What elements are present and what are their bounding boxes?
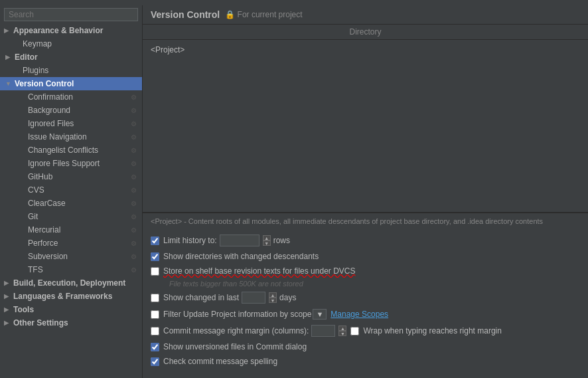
check-commit-row: Check commit message spelling [151, 354, 580, 369]
directory-area: <Project> [143, 40, 588, 213]
content-panel: Version Control 🔒 For current project Di… [143, 5, 588, 378]
sidebar-label: Changelist Conflicts [28, 145, 98, 155]
store-shelf-checkbox[interactable] [151, 267, 159, 276]
wrap-checkbox[interactable] [350, 327, 359, 335]
show-directories-label: Show directories with changed descendant… [163, 252, 319, 261]
filter-update-row: Filter Update Project information by sco… [151, 306, 580, 322]
sidebar-item-languages[interactable]: ▶Languages & Frameworks [0, 290, 142, 303]
show-changed-input[interactable]: 31 [242, 292, 265, 304]
sidebar-item-git[interactable]: Git⚙ [0, 210, 142, 223]
sidebar-label: Perforce [28, 238, 58, 248]
sidebar-label: Ignored Files [28, 119, 74, 128]
commit-margin-checkbox[interactable] [151, 327, 159, 335]
gear-icon: ⚙ [131, 227, 137, 234]
limit-history-row: Limit history to: 1,000 ▲ ▼ rows [151, 232, 580, 249]
store-shelf-row: Store on shelf base revision texts for f… [151, 264, 580, 278]
sidebar: ▶Appearance & BehaviorKeymap▶EditorPlugi… [0, 5, 143, 378]
sidebar-item-editor[interactable]: ▶Editor [0, 50, 142, 64]
commit-margin-row: Commit message right margin (columns): 7… [151, 322, 580, 339]
sidebar-label: Version Control [15, 79, 74, 88]
sidebar-item-version-control[interactable]: ▼Version Control [0, 77, 142, 90]
check-commit-checkbox[interactable] [151, 357, 159, 366]
show-changed-spinner-btns: ▲ ▼ [269, 292, 277, 303]
sidebar-item-background[interactable]: Background⚙ [0, 104, 142, 117]
arrow-icon: ▶ [4, 293, 13, 300]
sidebar-label: Appearance & Behavior [13, 26, 103, 35]
arrow-icon: ▶ [4, 280, 13, 286]
show-changed-spinner[interactable]: 31 ▲ ▼ [239, 292, 277, 304]
sidebar-label: Confirmation [28, 92, 73, 102]
limit-history-spinner[interactable]: 1,000 ▲ ▼ [217, 235, 271, 246]
gear-icon: ⚙ [131, 240, 137, 247]
gear-icon: ⚙ [131, 187, 137, 194]
filter-update-checkbox[interactable] [151, 310, 159, 319]
commit-margin-down[interactable]: ▼ [338, 331, 346, 336]
arrow-icon: ▶ [4, 27, 13, 34]
commit-margin-spinner[interactable]: 72 ▲ ▼ [309, 325, 346, 337]
sidebar-item-ignore-files-support[interactable]: Ignore Files Support⚙ [0, 157, 142, 170]
show-unversioned-row: Show unversioned files in Commit dialog [151, 339, 580, 354]
sidebar-item-confirmation[interactable]: Confirmation⚙ [0, 90, 142, 104]
limit-history-input[interactable]: 1,000 [220, 235, 259, 246]
sidebar-item-keymap[interactable]: Keymap [0, 37, 142, 50]
check-commit-label: Check commit message spelling [163, 357, 277, 366]
search-box[interactable] [0, 5, 142, 24]
sidebar-item-tools[interactable]: ▶Tools [0, 303, 142, 316]
sidebar-label: Plugins [23, 66, 48, 75]
show-unversioned-checkbox[interactable] [151, 343, 159, 351]
sidebar-item-cvs[interactable]: CVS⚙ [0, 183, 142, 197]
sidebar-item-plugins[interactable]: Plugins [0, 64, 142, 77]
sidebar-item-issue-navigation[interactable]: Issue Navigation⚙ [0, 130, 142, 143]
sidebar-label: Languages & Frameworks [13, 292, 112, 301]
sidebar-item-perforce[interactable]: Perforce⚙ [0, 236, 142, 250]
commit-margin-input[interactable]: 72 [311, 325, 335, 337]
gear-icon: ⚙ [131, 147, 137, 154]
sidebar-item-subversion[interactable]: Subversion⚙ [0, 250, 142, 263]
gear-icon: ⚙ [131, 120, 137, 128]
filter-update-label: Filter Update Project information by sco… [163, 310, 311, 319]
filter-update-dropdown[interactable]: ▼ [313, 309, 327, 320]
sidebar-items-container: ▶Appearance & BehaviorKeymap▶EditorPlugi… [0, 24, 142, 330]
directory-table: Directory [143, 25, 588, 40]
sidebar-label: Keymap [23, 39, 52, 48]
limit-history-label-after: rows [273, 236, 290, 245]
sidebar-item-appearance[interactable]: ▶Appearance & Behavior [0, 24, 142, 37]
spinner-down[interactable]: ▼ [263, 240, 271, 246]
gear-icon: ⚙ [131, 173, 137, 181]
show-directories-checkbox[interactable] [151, 252, 159, 261]
sidebar-label: CVS [28, 185, 44, 195]
arrow-icon: ▶ [5, 54, 15, 60]
description-text: <Project> - Content roots of all modules… [143, 213, 588, 229]
spinner-up[interactable]: ▲ [263, 235, 271, 240]
sidebar-item-other-settings[interactable]: ▶Other Settings [0, 316, 142, 330]
show-changed-row: Show changed in last 31 ▲ ▼ days [151, 289, 580, 306]
sidebar-item-build[interactable]: ▶Build, Execution, Deployment [0, 276, 142, 290]
sidebar-label: Mercurial [28, 225, 60, 235]
wrap-label: Wrap when typing reaches right margin [363, 326, 502, 335]
store-shelf-label: Store on shelf base revision texts for f… [163, 266, 355, 276]
sidebar-item-ignored-files[interactable]: Ignored Files⚙ [0, 117, 142, 130]
manage-scopes-link[interactable]: Manage Scopes [331, 310, 388, 319]
sidebar-label: TFS [28, 265, 43, 274]
commit-margin-up[interactable]: ▲ [338, 326, 346, 331]
page-title: Version Control [151, 9, 220, 20]
sidebar-label: Build, Execution, Deployment [13, 278, 125, 288]
show-directories-row: Show directories with changed descendant… [151, 249, 580, 264]
show-changed-down[interactable]: ▼ [269, 298, 277, 303]
page-subtitle: 🔒 For current project [225, 10, 302, 19]
sidebar-item-clearcase[interactable]: ClearCase⚙ [0, 197, 142, 210]
project-row: <Project> [143, 43, 588, 57]
sidebar-label: Background [28, 106, 70, 115]
sidebar-item-github[interactable]: GitHub⚙ [0, 170, 142, 183]
arrow-icon: ▶ [4, 306, 13, 313]
show-changed-checkbox[interactable] [151, 294, 159, 302]
sidebar-item-mercurial[interactable]: Mercurial⚙ [0, 223, 142, 236]
sidebar-label: Git [28, 212, 38, 221]
sidebar-item-tfs[interactable]: TFS⚙ [0, 263, 142, 276]
settings-section: Limit history to: 1,000 ▲ ▼ rows Show di… [143, 229, 588, 371]
sidebar-item-changelist-conflicts[interactable]: Changelist Conflicts⚙ [0, 143, 142, 157]
show-changed-up[interactable]: ▲ [269, 292, 277, 298]
limit-history-checkbox[interactable] [151, 236, 159, 245]
search-input[interactable] [4, 8, 138, 21]
commit-margin-spinner-btns: ▲ ▼ [338, 326, 346, 336]
